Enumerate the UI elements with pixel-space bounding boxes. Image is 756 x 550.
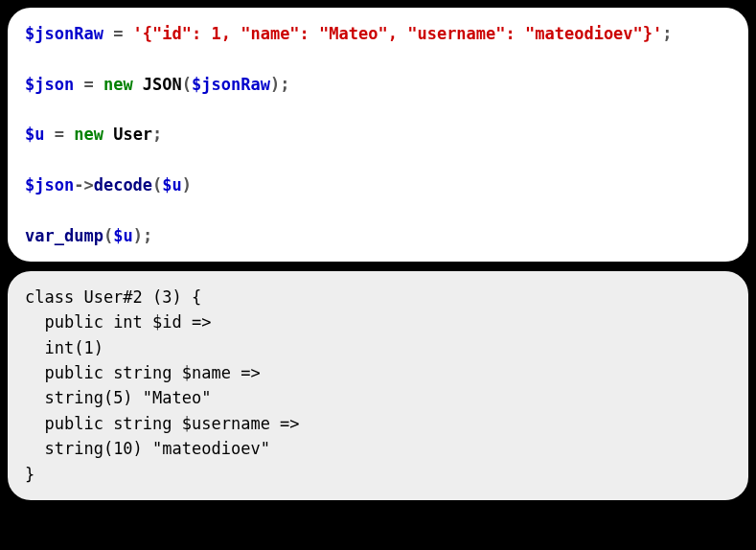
code-punctuation: ;	[152, 125, 162, 144]
code-variable: $jsonRaw	[25, 24, 103, 43]
code-punctuation: )	[133, 226, 143, 245]
code-keyword: new	[103, 75, 133, 94]
output-line: public string $name =>	[25, 363, 261, 382]
code-keyword: new	[74, 125, 103, 144]
output-block: class User#2 (3) { public int $id => int…	[25, 285, 731, 487]
code-punctuation: ;	[662, 24, 672, 43]
code-operator: =	[74, 75, 103, 94]
code-punctuation: ;	[280, 75, 289, 94]
code-string: '{"id": 1, "name": "Mateo", "username": …	[133, 24, 663, 43]
code-operator: ->	[74, 175, 93, 195]
php-code-block: $jsonRaw = '{"id": 1, "name": "Mateo", "…	[25, 21, 731, 248]
output-line: string(10) "mateodioev"	[25, 439, 270, 458]
code-punctuation: (	[152, 175, 162, 195]
code-variable: $u	[162, 175, 181, 195]
code-punctuation: (	[103, 226, 113, 245]
code-variable: $u	[25, 125, 44, 144]
code-function: var_dump	[25, 226, 103, 245]
code-operator: =	[44, 125, 74, 144]
output-line: public string $username =>	[25, 414, 300, 433]
code-function: decode	[94, 175, 152, 195]
output-panel: class User#2 (3) { public int $id => int…	[8, 271, 748, 500]
output-line: int(1)	[25, 338, 103, 357]
code-variable: $json	[25, 75, 74, 94]
code-punctuation: )	[182, 175, 192, 195]
code-punctuation: ;	[143, 226, 152, 245]
code-class: User	[103, 125, 152, 144]
code-operator: =	[103, 24, 133, 43]
code-variable: $u	[113, 226, 132, 245]
output-line: public int $id =>	[25, 312, 211, 332]
output-line: class User#2 (3) {	[25, 287, 201, 307]
code-punctuation: )	[270, 75, 280, 94]
output-line: }	[25, 465, 34, 484]
code-punctuation: (	[182, 75, 192, 94]
php-code-panel: $jsonRaw = '{"id": 1, "name": "Mateo", "…	[8, 8, 748, 262]
output-line: string(5) "Mateo"	[25, 388, 211, 407]
code-variable: $json	[25, 175, 74, 195]
code-class: JSON	[133, 75, 182, 94]
code-variable: $jsonRaw	[192, 75, 270, 94]
